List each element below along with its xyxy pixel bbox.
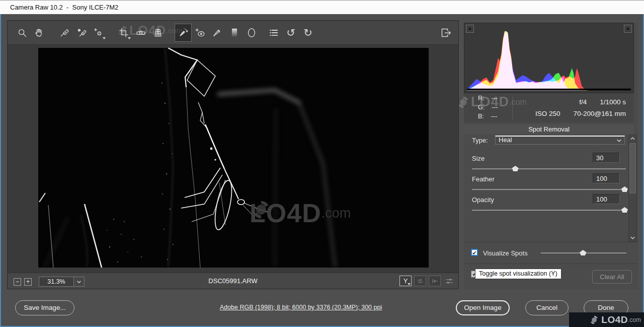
window-title: Camera Raw 10.2 - Sony ILCE-7M2 [10,4,118,11]
exif-info-bar: R:--- G:--- B:--- f/41/1000 s ISO 25070-… [464,93,634,122]
feather-slider-thumb[interactable] [621,186,628,192]
hand-icon [34,27,45,38]
tooltip: Toggle spot visualization (Y) [475,269,561,279]
radial-filter-icon [246,27,257,38]
visualize-spots-checkbox[interactable]: ✔ [471,249,478,256]
crop-icon [118,27,129,38]
workflow-options-link[interactable]: Adobe RGB (1998); 8 bit; 6000 by 3376 (2… [220,304,382,311]
image-viewer-panel: ↺ ↻ LO4D.com [7,20,459,289]
cancel-button[interactable]: Cancel [525,300,569,315]
open-image-button[interactable]: Open Image [456,300,510,315]
camera-raw-dialog: ↺ ↻ LO4D.com [0,14,644,327]
filename-label: DSC05991.ARW [208,277,257,285]
panel-scrollbar[interactable] [628,135,637,242]
hand-tool-button[interactable] [31,24,48,42]
rotate-left-icon: ↺ [286,27,295,38]
opacity-slider-thumb[interactable] [621,207,628,213]
targeted-adjustment-tool-button[interactable] [90,24,107,42]
transform-grid-icon [152,27,164,38]
triangle-icon: ▲ [626,26,630,31]
size-label: Size [472,155,485,162]
clear-all-button[interactable]: Clear All [592,270,632,284]
view-controls-bar: − + 31.3% DSC05991.ARW Y [8,273,458,289]
preview-preferences-button[interactable] [443,276,455,286]
color-sampler-tool-button[interactable] [73,24,90,42]
preview-mode-button[interactable]: Y [399,276,412,286]
zoom-level-value: 31.3% [39,277,73,286]
copy-settings-button[interactable] [429,276,441,286]
size-field[interactable]: 30 [593,153,620,163]
size-slider[interactable] [472,166,626,172]
spot-removal-tool-button[interactable] [175,24,192,42]
zoom-level-select[interactable]: 31.3% [39,277,85,287]
red-eye-tool-button[interactable] [192,24,209,42]
straighten-level-icon [135,27,146,38]
white-balance-tool-button[interactable] [56,24,73,42]
lens-value: 70-200@161 mm [573,110,626,117]
adjustment-brush-tool-button[interactable] [209,24,226,42]
opacity-field[interactable]: 100 [593,194,620,204]
visualize-spots-row: ✔ Visualize Spots [464,242,638,264]
type-dropdown[interactable]: Heal [495,136,625,145]
straighten-tool-button[interactable] [132,24,149,42]
radial-filter-tool-button[interactable] [243,24,260,42]
brush-icon [212,27,223,38]
graduated-filter-icon [229,27,240,38]
zoom-in-button[interactable]: + [24,278,32,286]
chevron-down-icon [630,236,635,240]
triangle-icon: ▲ [468,26,472,31]
dropdown-caret-icon [103,37,106,39]
dropdown-caret-icon [128,37,131,39]
histogram-plot [467,31,631,91]
toggle-fullscreen-button[interactable] [437,24,454,42]
eyedropper-icon [59,27,70,38]
targeted-adjustment-icon [93,27,104,38]
visualize-spots-label: Visualize Spots [483,249,528,257]
swap-arrows-icon [416,277,424,285]
chevron-down-icon [76,280,82,284]
histogram: ▲ ▲ [464,23,634,93]
done-button[interactable]: Done [584,300,628,315]
type-value: Heal [499,136,512,144]
size-slider-thumb[interactable] [512,166,519,171]
list-icon [268,27,279,38]
visualize-slider-thumb[interactable] [580,250,586,255]
graduated-filter-tool-button[interactable] [226,24,243,42]
opacity-label: Opacity [472,196,494,204]
feather-slider[interactable] [472,186,626,192]
transform-tool-button[interactable] [149,24,167,42]
spot-removal-panel: Type: Heal Size 30 Feather 100 Opacity 1… [464,135,638,242]
rotate-left-button[interactable]: ↺ [282,24,299,42]
rgb-b-readout: B:--- [478,113,512,122]
rotate-right-icon: ↻ [303,27,312,38]
rotate-right-button[interactable]: ↻ [299,24,316,42]
photo-preview[interactable]: LO4D.com [38,48,429,268]
feather-field[interactable]: 100 [593,173,620,183]
crop-tool-button[interactable] [115,24,132,42]
preferences-button[interactable] [265,24,282,42]
scrollbar-thumb[interactable] [629,143,636,193]
type-label: Type: [472,137,488,144]
chevron-down-icon [616,139,622,143]
canvas-area: LO4D.com [8,45,458,274]
rgb-g-readout: G:--- [478,104,512,113]
export-panel-icon [440,27,452,39]
zoom-out-button[interactable]: − [14,278,21,286]
zoom-level-dropdown-button[interactable] [73,277,84,286]
lo4d-logo-icon [589,314,600,325]
dropdown-caret-icon [408,283,411,285]
spot-removal-brush-icon [178,27,189,38]
check-icon: ✔ [472,250,476,256]
save-image-button[interactable]: Save Image... [15,300,74,315]
swap-before-after-button[interactable] [414,276,426,286]
title-bar: Camera Raw 10.2 - Sony ILCE-7M2 [0,0,644,14]
visualize-spots-slider[interactable] [541,250,626,256]
zoom-tool-button[interactable] [14,24,31,42]
rgb-r-readout: R:--- [478,95,512,104]
arrow-left-bar-icon [431,277,439,285]
opacity-slider[interactable] [472,207,626,213]
aperture-value: f/4 [579,98,587,106]
toolbar: ↺ ↻ LO4D.com [8,21,458,45]
iso-value: ISO 250 [535,110,560,117]
spot-removal-header: Spot Removal [464,124,634,135]
